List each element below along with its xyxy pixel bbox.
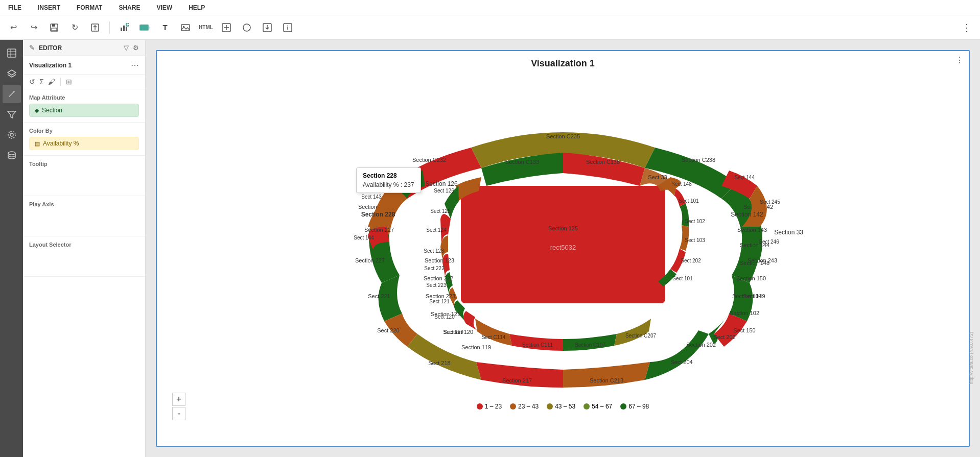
settings-icon[interactable]: ⚙ (133, 44, 139, 52)
svg-text:Section 33: Section 33 (774, 229, 803, 236)
viz-menu-button[interactable]: ⋯ (131, 60, 139, 70)
refresh-button[interactable]: ↻ (66, 19, 83, 36)
svg-text:Section 228: Section 228 (361, 211, 395, 218)
viz-options-button[interactable]: ⋮ (955, 55, 964, 65)
svg-text:Section 119: Section 119 (461, 344, 491, 350)
layout-selector-label: Layout Selector (29, 242, 139, 248)
export-up-button[interactable] (87, 19, 103, 36)
svg-text:Sect 102: Sect 102 (685, 219, 705, 224)
svg-text:Section 202: Section 202 (686, 342, 715, 348)
menu-format[interactable]: FORMAT (74, 2, 105, 13)
share-export-button[interactable] (259, 19, 275, 36)
image-button[interactable] (177, 19, 194, 36)
sigma-icon[interactable]: Σ (39, 78, 44, 86)
text-button[interactable]: T (157, 19, 173, 36)
undo-button[interactable]: ↩ (5, 19, 21, 36)
sidebar-btn-settings[interactable] (3, 126, 21, 144)
sidebar-btn-filter[interactable] (3, 105, 21, 124)
svg-text:Sect 143: Sect 143 (361, 194, 382, 200)
viz-container: Visualization 1 ⋮ rect5032 Section C235 … (156, 50, 970, 447)
svg-text:Sect 144: Sect 144 (354, 235, 374, 240)
editor-header: ✎ EDITOR ▽ ⚙ (23, 40, 145, 56)
html-button[interactable]: HTML (198, 19, 214, 36)
legend-label-1: 1 – 23 (485, 403, 502, 410)
legend-label-2: 23 – 43 (518, 403, 539, 410)
svg-text:Section C133: Section C133 (505, 159, 539, 165)
svg-rect-1 (52, 24, 55, 27)
toolbar: ↩ ↪ ↻ T HTML i ⋮ (0, 15, 980, 40)
zoom-out-button[interactable]: - (172, 407, 185, 420)
svg-point-28 (10, 133, 13, 136)
sidebar-btn-editor[interactable] (3, 85, 21, 103)
add-element-button[interactable] (218, 19, 235, 36)
icon-sidebar (0, 40, 23, 457)
menu-share[interactable]: SHARE (115, 2, 143, 13)
zoom-controls: + - (172, 393, 185, 420)
svg-rect-2 (52, 28, 57, 31)
svg-text:Section 150: Section 150 (736, 275, 765, 281)
menu-bar: FILE INSERT FORMAT SHARE VIEW HELP (0, 0, 980, 15)
svg-text:Section 126: Section 126 (425, 180, 458, 187)
svg-rect-12 (181, 25, 190, 31)
menu-file[interactable]: FILE (5, 2, 25, 13)
redo-button[interactable]: ↪ (26, 19, 42, 36)
stadium-svg: rect5032 Section C235 Section C238 Secti… (313, 102, 813, 398)
sidebar-btn-data[interactable] (3, 146, 21, 164)
svg-rect-5 (123, 26, 125, 31)
color-theme-button[interactable] (136, 19, 153, 36)
legend-item-2: 23 – 43 (510, 403, 539, 410)
svg-text:Section 148: Section 148 (739, 260, 769, 266)
brush-icon[interactable]: 🖌 (48, 78, 55, 86)
shape-button[interactable] (239, 19, 255, 36)
viz-title-row: Visualization 1 ⋯ (23, 56, 145, 75)
map-attribute-label: Map Attribute (29, 94, 139, 101)
sliders-icon[interactable]: ⊞ (66, 78, 72, 86)
svg-text:Section 120: Section 120 (443, 329, 473, 335)
viz-title-label: Visualization 1 (29, 62, 128, 69)
svg-text:i: i (287, 25, 288, 31)
legend-label-4: 54 – 67 (592, 403, 612, 410)
menu-view[interactable]: VIEW (153, 2, 175, 13)
save-button[interactable] (46, 19, 62, 36)
svg-rect-10 (139, 25, 149, 31)
svg-text:Section C232: Section C232 (412, 157, 446, 163)
svg-rect-6 (126, 27, 127, 31)
more-options-button[interactable]: ⋮ (959, 19, 975, 36)
legend-item-1: 1 – 23 (477, 403, 502, 410)
svg-text:Section 143: Section 143 (737, 227, 766, 233)
svg-text:Section 227: Section 227 (364, 227, 393, 233)
layout-selector-drop-zone[interactable] (29, 251, 139, 271)
color-by-label: Color By (29, 128, 139, 134)
svg-point-17 (243, 24, 250, 31)
watermark: http://vitara.co (4.9.0.472) (969, 332, 974, 384)
svg-text:Section 217: Section 217 (502, 377, 531, 383)
stadium-container: rect5032 Section C235 Section C238 Secti… (157, 73, 969, 446)
clear-icon[interactable]: ↺ (29, 78, 35, 86)
svg-text:Sect 204: Sect 204 (670, 359, 692, 365)
svg-text:Sect 101: Sect 101 (672, 276, 693, 281)
layout-selector-section: Layout Selector (23, 236, 145, 277)
svg-text:Sect 33: Sect 33 (648, 174, 667, 180)
svg-text:Sect 218: Sect 218 (428, 360, 450, 366)
menu-insert[interactable]: INSERT (35, 2, 63, 13)
table-icon: ▤ (35, 140, 40, 147)
svg-text:Sect 148: Sect 148 (671, 181, 692, 187)
menu-help[interactable]: HELP (185, 2, 208, 13)
add-chart-button[interactable] (116, 19, 132, 36)
viz-main-title: Visualization 1 (157, 51, 969, 73)
play-axis-drop-zone[interactable] (29, 210, 139, 231)
tooltip-drop-zone[interactable] (29, 170, 139, 190)
svg-rect-21 (8, 49, 16, 57)
sidebar-btn-table[interactable] (3, 44, 21, 62)
svg-text:Sect 121: Sect 121 (429, 299, 450, 304)
filter-icon[interactable]: ▽ (124, 44, 129, 52)
map-attribute-pill[interactable]: ◆ Section (29, 104, 139, 117)
svg-text:Sect 144: Sect 144 (734, 175, 755, 180)
canvas-area: Visualization 1 ⋮ rect5032 Section C235 … (146, 40, 980, 457)
color-by-pill[interactable]: ▤ Availability % (29, 137, 139, 150)
edit-pencil-icon: ✎ (29, 44, 35, 52)
sidebar-btn-layers[interactable] (3, 64, 21, 83)
info-button[interactable]: i (279, 19, 296, 36)
map-attribute-value: Section (42, 107, 62, 114)
zoom-in-button[interactable]: + (172, 393, 185, 406)
